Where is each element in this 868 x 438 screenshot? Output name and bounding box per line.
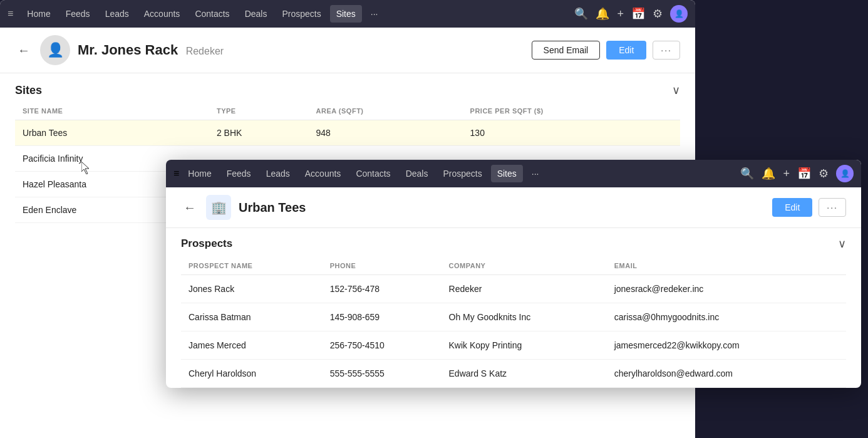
prospect-phone-cell: 152-756-478 — [323, 275, 442, 303]
overlay-bell-icon[interactable]: 🔔 — [762, 167, 775, 180]
send-email-button[interactable]: Send Email — [532, 41, 601, 60]
contact-name-group: Mr. Jones Rack Redeker — [78, 42, 224, 58]
prospect-phone-cell: 256-750-4510 — [323, 331, 442, 360]
edit-button[interactable]: Edit — [606, 41, 646, 60]
bg-nav-bar: ≡ Home Feeds Leads Accounts Contacts Dea… — [0, 0, 695, 28]
bg-nav-feeds[interactable]: Feeds — [59, 5, 96, 23]
bg-nav-home[interactable]: Home — [21, 5, 56, 23]
site-area-cell: 948 — [309, 120, 463, 146]
prospects-col-phone: PHONE — [323, 257, 442, 275]
site-price-cell: 130 — [463, 120, 680, 146]
user-avatar[interactable]: 👤 — [670, 5, 688, 23]
prospects-section-header: Prospects ∨ — [181, 228, 846, 257]
overlay-more-button[interactable]: ··· — [819, 198, 846, 217]
back-button[interactable]: ← — [15, 41, 33, 60]
prospects-header-row: PROSPECT NAME PHONE COMPANY EMAIL — [181, 257, 846, 275]
overlay-nav-contacts[interactable]: Contacts — [349, 165, 396, 182]
prospect-email-cell[interactable]: cherylharoldson@edward.com — [607, 360, 846, 388]
sites-title: Sites — [15, 84, 42, 97]
site-detail-header: ← 🏢 Urban Tees Edit ··· — [166, 187, 861, 228]
overlay-user-avatar[interactable]: 👤 — [836, 165, 854, 182]
prospect-name-cell[interactable]: Carissa Batman — [181, 303, 323, 331]
search-icon[interactable]: 🔍 — [574, 7, 588, 21]
prospects-col-name: PROSPECT NAME — [181, 257, 323, 275]
bg-nav-deals[interactable]: Deals — [239, 5, 274, 23]
prospect-company-cell: Oh My Goodknits Inc — [442, 303, 607, 331]
site-name-heading: Urban Tees — [239, 201, 306, 215]
overlay-nav-deals[interactable]: Deals — [400, 165, 435, 182]
prospects-content: Prospects ∨ PROSPECT NAME PHONE COMPANY … — [166, 228, 861, 388]
prospects-toggle-icon[interactable]: ∨ — [838, 237, 846, 251]
table-row[interactable]: Jones Rack 152-756-478 Redeker jonesrack… — [181, 275, 846, 303]
overlay-calendar-icon[interactable]: 📅 — [797, 167, 811, 180]
prospects-title: Prospects — [181, 237, 232, 250]
prospect-phone-cell: 555-555-5555 — [323, 360, 442, 388]
overlay-nav-more[interactable]: ··· — [525, 165, 545, 182]
overlay-search-icon[interactable]: 🔍 — [740, 167, 754, 180]
overlay-nav-home[interactable]: Home — [182, 165, 217, 182]
sites-col-area: AREA (sqft) — [309, 102, 463, 120]
contact-avatar: 👤 — [40, 35, 70, 65]
overlay-nav-bar: ≡ Home Feeds Leads Accounts Contacts Dea… — [166, 160, 861, 187]
add-icon[interactable]: + — [617, 8, 624, 21]
more-options-button[interactable]: ··· — [653, 41, 680, 60]
prospects-col-company: COMPANY — [442, 257, 607, 275]
calendar-icon[interactable]: 📅 — [631, 7, 645, 21]
sites-table-header-row: SITE NAME TYPE AREA (sqft) PRICE PER SQF… — [15, 102, 680, 120]
bg-hamburger-icon[interactable]: ≡ — [8, 8, 13, 19]
overlay-header-actions: Edit ··· — [772, 198, 846, 217]
contact-name: Mr. Jones Rack — [78, 42, 178, 58]
bg-nav-contacts[interactable]: Contacts — [189, 5, 235, 23]
sites-toggle-icon[interactable]: ∨ — [672, 83, 680, 97]
bg-nav-accounts[interactable]: Accounts — [138, 5, 187, 23]
prospect-email-cell[interactable]: carissa@0hmygoodnits.inc — [607, 303, 846, 331]
bell-icon[interactable]: 🔔 — [596, 7, 609, 21]
prospect-phone-cell: 145-908-659 — [323, 303, 442, 331]
prospects-table: PROSPECT NAME PHONE COMPANY EMAIL Jones … — [181, 257, 846, 388]
prospects-table-body: Jones Rack 152-756-478 Redeker jonesrack… — [181, 275, 846, 388]
table-row[interactable]: Carissa Batman 145-908-659 Oh My Goodkni… — [181, 303, 846, 331]
overlay-nav-feeds[interactable]: Feeds — [220, 165, 257, 182]
settings-icon[interactable]: ⚙ — [653, 7, 663, 21]
overlay-nav-accounts[interactable]: Accounts — [299, 165, 348, 182]
bg-nav-leads[interactable]: Leads — [99, 5, 135, 23]
site-type-cell: 2 BHK — [209, 120, 309, 146]
sites-table-head: SITE NAME TYPE AREA (sqft) PRICE PER SQF… — [15, 102, 680, 120]
contact-company: Redeker — [186, 46, 224, 56]
site-avatar: 🏢 — [206, 195, 231, 220]
table-row[interactable]: Urban Tees 2 BHK 948 130 — [15, 120, 680, 146]
bg-nav-sites[interactable]: Sites — [330, 5, 362, 23]
sites-section-header: Sites ∨ — [15, 73, 680, 102]
prospect-email-cell[interactable]: jamesmerced22@kwikkopy.com — [607, 331, 846, 360]
overlay-settings-icon[interactable]: ⚙ — [819, 167, 829, 180]
table-row[interactable]: James Merced 256-750-4510 Kwik Kopy Prin… — [181, 331, 846, 360]
overlay-hamburger-icon[interactable]: ≡ — [173, 168, 179, 179]
overlay-window: ≡ Home Feeds Leads Accounts Contacts Dea… — [166, 160, 861, 388]
sites-col-name: SITE NAME — [15, 102, 209, 120]
prospect-email-cell[interactable]: jonesrack@redeker.inc — [607, 275, 846, 303]
prospect-name-cell[interactable]: Cheryl Haroldson — [181, 360, 323, 388]
table-row[interactable]: Cheryl Haroldson 555-555-5555 Edward S K… — [181, 360, 846, 388]
overlay-nav-leads[interactable]: Leads — [260, 165, 296, 182]
bg-nav-prospects[interactable]: Prospects — [276, 5, 327, 23]
overlay-nav-prospects[interactable]: Prospects — [437, 165, 488, 182]
bg-nav-more[interactable]: ··· — [364, 5, 385, 23]
prospect-company-cell: Redeker — [442, 275, 607, 303]
prospects-table-head: PROSPECT NAME PHONE COMPANY EMAIL — [181, 257, 846, 275]
site-name-cell[interactable]: Urban Tees — [15, 120, 209, 146]
overlay-add-icon[interactable]: + — [783, 167, 790, 180]
overlay-nav-sites[interactable]: Sites — [491, 165, 523, 182]
prospect-company-cell: Kwik Kopy Printing — [442, 331, 607, 360]
overlay-back-button[interactable]: ← — [181, 198, 199, 217]
prospect-company-cell: Edward S Katz — [442, 360, 607, 388]
prospect-name-cell[interactable]: James Merced — [181, 331, 323, 360]
contact-header: ← 👤 Mr. Jones Rack Redeker Send Email Ed… — [0, 28, 695, 73]
header-actions: Send Email Edit ··· — [532, 41, 680, 60]
prospects-col-email: EMAIL — [607, 257, 846, 275]
sites-col-type: TYPE — [209, 102, 309, 120]
prospect-name-cell[interactable]: Jones Rack — [181, 275, 323, 303]
sites-col-price: PRICE PER SQFT ($) — [463, 102, 680, 120]
overlay-edit-button[interactable]: Edit — [772, 198, 812, 217]
